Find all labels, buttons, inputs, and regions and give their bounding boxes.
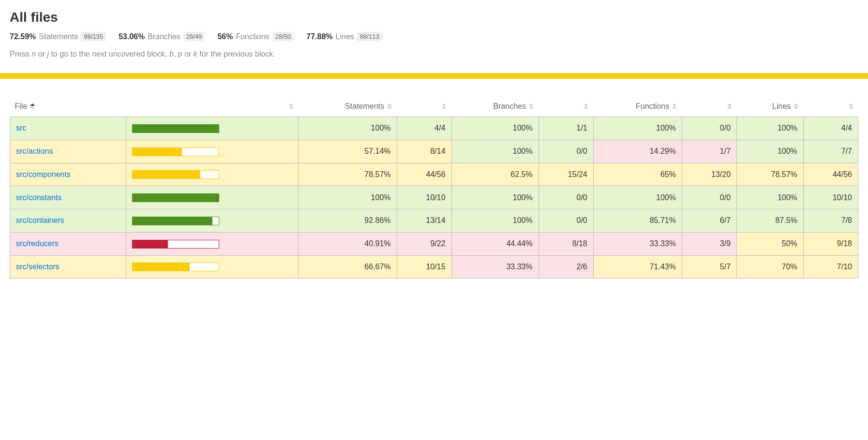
file-link[interactable]: src/actions xyxy=(16,147,53,155)
hint-text: Press xyxy=(10,50,31,58)
col-label: Branches xyxy=(494,102,526,111)
cell-statements-pct: 100% xyxy=(299,186,397,209)
sort-icon xyxy=(289,103,294,109)
col-header-bar[interactable] xyxy=(126,98,298,117)
cell-lines-pct: 100% xyxy=(737,117,804,140)
summary-pct: 56% xyxy=(217,32,233,41)
file-link[interactable]: src/reducers xyxy=(16,239,59,248)
file-link[interactable]: src/selectors xyxy=(16,263,60,271)
col-header-file[interactable]: File xyxy=(10,98,126,117)
cell-statements-frac: 9/22 xyxy=(397,232,451,255)
table-header-row: File Statements xyxy=(10,98,858,117)
cell-lines-frac: 44/56 xyxy=(803,163,858,186)
col-header-branches-frac[interactable] xyxy=(539,98,593,117)
summary-pct: 53.06% xyxy=(119,32,145,41)
col-label: File xyxy=(15,102,28,111)
file-link[interactable]: src/containers xyxy=(16,216,64,224)
summary-pct: 72.59% xyxy=(10,32,36,41)
summary-frac: 26/49 xyxy=(183,32,205,41)
col-header-lines-frac[interactable] xyxy=(803,98,858,117)
cell-file: src/containers xyxy=(10,209,126,233)
cell-branches-frac: 0/0 xyxy=(539,186,593,209)
cell-branches-frac: 2/6 xyxy=(539,255,593,279)
cell-bar xyxy=(126,117,298,140)
col-header-statements[interactable]: Statements xyxy=(299,98,397,117)
cell-branches-frac: 0/0 xyxy=(539,209,593,233)
cell-file: src/actions xyxy=(10,140,126,163)
col-header-statements-frac[interactable] xyxy=(397,98,451,117)
cell-functions-pct: 33.33% xyxy=(593,232,682,255)
cell-statements-frac: 44/56 xyxy=(397,163,451,186)
table-row: src/components78.57%44/5662.5%15/2465%13… xyxy=(10,163,858,186)
cell-lines-frac: 9/18 xyxy=(803,232,858,255)
col-header-functions[interactable]: Functions xyxy=(593,98,682,117)
cell-functions-pct: 71.43% xyxy=(593,255,682,279)
cell-branches-frac: 0/0 xyxy=(539,140,593,163)
cell-bar xyxy=(126,232,298,255)
summary-statements: 72.59% Statements 98/135 xyxy=(10,32,106,41)
table-row: src/constants100%10/10100%0/0100%0/0100%… xyxy=(10,186,858,209)
cell-file: src/components xyxy=(10,163,126,186)
coverage-bar xyxy=(132,240,219,249)
cell-lines-pct: 70% xyxy=(737,255,804,279)
coverage-bar xyxy=(132,217,219,225)
cell-functions-pct: 100% xyxy=(593,117,682,140)
coverage-table: File Statements xyxy=(10,98,858,279)
cell-statements-pct: 100% xyxy=(299,117,397,140)
cell-functions-frac: 1/7 xyxy=(682,140,736,163)
sort-icon xyxy=(30,103,35,109)
hint-text: , xyxy=(174,50,178,58)
sort-icon xyxy=(584,103,588,109)
cell-lines-pct: 100% xyxy=(737,140,804,163)
sort-icon xyxy=(442,103,447,109)
col-header-branches[interactable]: Branches xyxy=(451,98,539,117)
cell-lines-pct: 50% xyxy=(737,232,804,255)
coverage-bar xyxy=(132,170,219,179)
cell-lines-frac: 4/4 xyxy=(803,117,858,140)
file-link[interactable]: src/components xyxy=(16,170,71,178)
cell-bar xyxy=(126,163,298,186)
table-row: src/containers92.86%13/14100%0/085.71%6/… xyxy=(10,209,858,233)
file-link[interactable]: src/constants xyxy=(16,193,61,202)
cell-branches-pct: 62.5% xyxy=(451,163,539,186)
cell-lines-frac: 7/7 xyxy=(803,140,858,163)
summary-frac: 88/113 xyxy=(357,32,382,41)
summary-pct: 77.88% xyxy=(306,32,332,41)
col-header-functions-frac[interactable] xyxy=(682,98,736,117)
sort-icon xyxy=(793,103,798,109)
cell-functions-pct: 85.71% xyxy=(593,209,682,233)
col-label: Functions xyxy=(636,102,669,111)
sort-icon xyxy=(387,103,392,109)
sort-icon xyxy=(672,103,677,109)
summary-label: Branches xyxy=(148,32,180,41)
cell-lines-frac: 10/10 xyxy=(803,186,858,209)
hint-key: b xyxy=(169,50,174,58)
cell-branches-pct: 100% xyxy=(451,117,539,140)
cell-statements-pct: 92.86% xyxy=(299,209,397,233)
cell-lines-frac: 7/10 xyxy=(803,255,858,279)
hint-text: or xyxy=(182,50,194,58)
cell-statements-pct: 57.14% xyxy=(299,140,397,163)
keyboard-hint: Press n or j to go to the next uncovered… xyxy=(10,50,858,59)
cell-branches-frac: 8/18 xyxy=(539,232,593,255)
cell-branches-frac: 15/24 xyxy=(539,163,593,186)
summary-functions: 56% Functions 28/50 xyxy=(217,32,294,41)
cell-functions-frac: 3/9 xyxy=(682,232,736,255)
cell-branches-pct: 100% xyxy=(451,140,539,163)
coverage-report: All files 72.59% Statements 98/135 53.06… xyxy=(0,0,868,279)
table-row: src/actions57.14%8/14100%0/014.29%1/7100… xyxy=(10,140,858,163)
file-link[interactable]: src xyxy=(16,124,26,132)
cell-statements-pct: 40.91% xyxy=(299,232,397,255)
hint-key: k xyxy=(194,50,197,58)
hint-text: to go to the next uncovered block, xyxy=(49,50,169,58)
sort-icon xyxy=(849,103,853,109)
cell-statements-frac: 10/10 xyxy=(397,186,451,209)
table-row: src/selectors66.67%10/1533.33%2/671.43%5… xyxy=(10,255,858,279)
cell-branches-frac: 1/1 xyxy=(539,117,593,140)
hint-key: p xyxy=(178,50,182,58)
cell-file: src/constants xyxy=(10,186,126,209)
cell-branches-pct: 100% xyxy=(451,186,539,209)
page-title: All files xyxy=(10,10,858,25)
coverage-summary: 72.59% Statements 98/135 53.06% Branches… xyxy=(10,32,858,41)
col-header-lines[interactable]: Lines xyxy=(737,98,804,117)
